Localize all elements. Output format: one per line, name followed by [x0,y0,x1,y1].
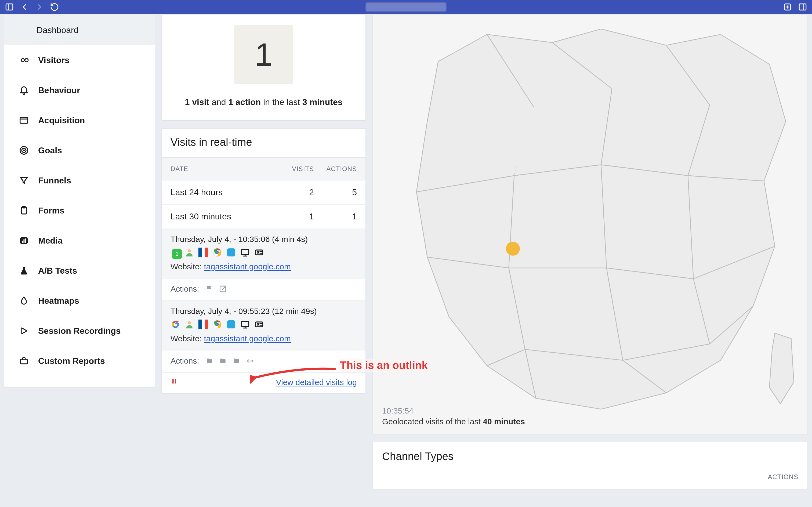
svg-rect-23 [242,250,249,255]
svg-point-18 [188,249,191,252]
sidebar-item-heatmaps[interactable]: Heatmaps [4,286,155,316]
website-link[interactable]: tagassistant.google.com [204,334,291,343]
outlink-icon[interactable] [219,285,227,293]
col-date: DATE [171,165,271,173]
filter-icon [19,175,29,185]
svg-point-27 [257,251,259,253]
source-google-icon [171,320,180,329]
panel-right-icon[interactable] [798,2,807,11]
big-number: 1 [234,25,293,84]
id-card-icon [254,320,264,329]
visitor-icon [184,247,194,257]
visitor-icon [184,320,194,329]
sidebar-item-abtests[interactable]: A/B Tests [4,256,155,286]
svg-marker-16 [22,328,27,334]
realtime-title: Visits in real-time [162,129,365,157]
browser-chrome-icon [213,247,222,257]
clipboard-icon [19,206,29,216]
svg-rect-15 [25,238,26,243]
svg-rect-49 [175,379,176,384]
svg-rect-17 [20,359,27,364]
bell-icon [19,85,29,95]
browser-chrome [0,0,812,14]
os-mac-icon [226,247,236,257]
svg-rect-5 [20,117,28,123]
sidebar-label: A/B Tests [38,266,77,276]
channel-actions-header: ACTIONS [768,473,798,481]
folder-icon[interactable] [205,357,214,364]
map-caption: 10:35:54 Geolocated visits of the last 4… [382,406,525,426]
counter-text: 1 visit and 1 action in the last 3 minut… [170,96,357,108]
sidebar-item-acquisition[interactable]: Acquisition [4,105,155,135]
browser-chrome-icon [213,320,222,329]
share-icon[interactable] [783,2,792,11]
realtime-counter-card: 1 1 visit and 1 action in the last 3 min… [162,15,366,120]
visit-actions-row: Actions: [162,350,365,373]
svg-point-40 [257,324,259,325]
france-map [373,15,807,434]
chart-icon [19,235,29,246]
realtime-map-card[interactable]: 10:35:54 Geolocated visits of the last 4… [373,15,808,434]
sidebar-item-media[interactable]: Media [4,226,155,256]
sidebar-item-customreports[interactable]: Custom Reports [4,346,155,376]
visit-entry[interactable]: Thursday, July 4, - 10:35:06 (4 min 4s) … [162,229,365,278]
folder-icon[interactable] [219,357,227,364]
visit-entry[interactable]: Thursday, July 4, - 09:55:23 (12 min 49s… [162,301,365,350]
reload-icon[interactable] [50,2,59,11]
sidebar-item-recordings[interactable]: Session Recordings [4,316,155,346]
sidebar-label: Dashboard [37,25,79,35]
visit-website: Website: tagassistant.google.com [171,262,357,271]
realtime-visits-card: Visits in real-time DATE VISITS ACTIONS … [162,128,366,393]
svg-rect-0 [6,4,13,10]
sidebar-toggle-icon[interactable] [5,2,14,11]
window-icon [19,115,29,125]
flag-icon: 1 [171,247,180,257]
svg-rect-36 [242,322,249,327]
visit-timestamp: Thursday, July 4, - 09:55:23 (12 min 49s… [171,307,357,316]
realtime-row: Last 30 minutes 1 1 [162,205,365,229]
detailed-log-link[interactable]: View detailed visits log [276,378,357,387]
svg-rect-35 [227,320,235,328]
briefcase-icon [19,356,29,366]
sidebar-label: Heatmaps [38,296,79,306]
folder-icon[interactable] [232,357,241,364]
visit-website: Website: tagassistant.google.com [171,334,357,343]
visit-timestamp: Thursday, July 4, - 10:35:06 (4 min 4s) [171,235,357,244]
realtime-table-header: DATE VISITS ACTIONS [162,157,365,180]
nav-back-icon[interactable] [20,2,29,11]
channel-title: Channel Types [382,450,454,462]
equalizer-icon[interactable] [245,357,254,364]
svg-rect-13 [22,241,23,243]
sidebar-item-goals[interactable]: Goals [4,135,155,165]
sidebar-label: Acquisition [38,115,85,125]
pause-button[interactable] [171,378,178,387]
sidebar-label: Funnels [38,176,71,185]
infinity-icon [19,55,29,65]
sidebar-item-behaviour[interactable]: Behaviour [4,75,155,105]
country-flag-france-icon [198,321,208,328]
svg-rect-22 [227,248,235,257]
id-card-icon [254,247,264,257]
sidebar-item-dashboard[interactable]: Dashboard [4,15,155,45]
country-flag-france-icon [198,249,208,256]
svg-rect-14 [23,239,24,243]
map-visit-dot[interactable] [506,242,520,256]
svg-point-9 [23,150,24,151]
main-sidebar: Dashboard Visitors Behaviour Acquisition… [4,15,155,387]
sidebar-item-funnels[interactable]: Funnels [4,165,155,195]
svg-rect-48 [172,379,174,384]
sidebar-label: Behaviour [38,86,80,95]
sidebar-item-visitors[interactable]: Visitors [4,45,155,75]
svg-rect-3 [799,4,806,10]
nav-forward-icon [35,2,44,11]
channel-types-card: Channel Types ACTIONS [373,442,808,489]
website-link[interactable]: tagassistant.google.com [204,262,291,271]
flag-icon[interactable] [205,285,214,293]
visit-actions-row: Actions: [162,278,365,301]
sidebar-label: Forms [38,206,64,216]
url-bar-blurred[interactable] [366,2,446,11]
svg-point-32 [188,321,191,324]
drop-icon [19,296,29,306]
sidebar-item-forms[interactable]: Forms [4,195,155,226]
map-timestamp: 10:35:54 [382,406,525,415]
